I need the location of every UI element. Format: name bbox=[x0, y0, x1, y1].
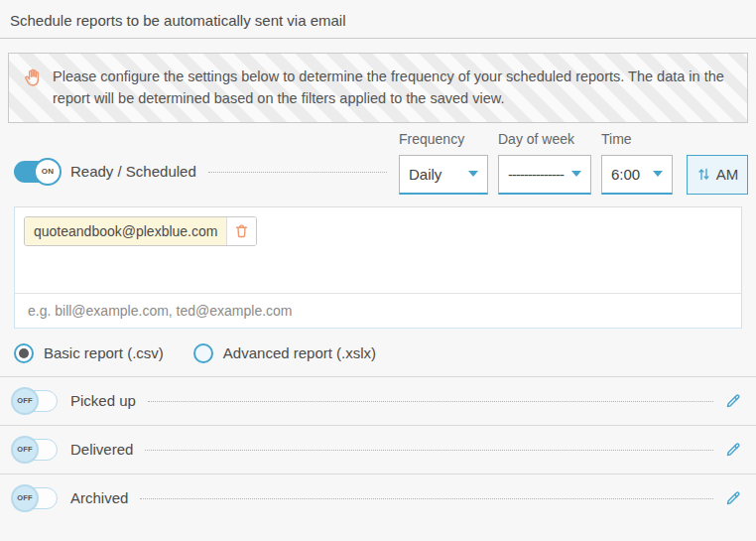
archived-toggle[interactable]: OFF bbox=[14, 487, 58, 509]
picked-up-label: Picked up bbox=[70, 392, 136, 409]
title-divider bbox=[0, 38, 756, 39]
frequency-value: Daily bbox=[409, 166, 441, 183]
archived-label: Archived bbox=[70, 489, 128, 506]
delivered-row: OFF Delivered bbox=[0, 425, 756, 473]
delivered-toggle[interactable]: OFF bbox=[14, 439, 58, 461]
am-pm-toggle-button[interactable]: AM bbox=[687, 155, 748, 195]
radio-advanced-report[interactable]: Advanced report (.xslx) bbox=[193, 343, 376, 363]
recipient-tag: quoteandbook@plexblue.com bbox=[24, 216, 257, 246]
trash-icon bbox=[235, 223, 248, 238]
archived-row: OFF Archived bbox=[0, 473, 756, 522]
toggle-knob-off: OFF bbox=[11, 484, 39, 512]
toggle-knob-off: OFF bbox=[11, 387, 39, 415]
chevron-down-icon bbox=[468, 171, 478, 177]
time-select[interactable]: 6:00 bbox=[601, 155, 673, 195]
toggle-knob-off: OFF bbox=[11, 436, 39, 464]
radio-basic-label: Basic report (.csv) bbox=[44, 344, 164, 361]
radio-advanced-label: Advanced report (.xslx) bbox=[223, 344, 376, 361]
recipients-hint: e.g. bill@example.com, ted@example.com bbox=[15, 293, 741, 328]
dotted-separator bbox=[140, 498, 713, 499]
schedule-fields: Frequency Daily Day of week ------------… bbox=[399, 131, 748, 195]
dotted-separator bbox=[208, 172, 387, 173]
edit-archived-button[interactable] bbox=[725, 489, 742, 506]
ready-scheduled-left: ON Ready / Scheduled bbox=[14, 161, 399, 183]
recipient-email: quoteandbook@plexblue.com bbox=[25, 217, 226, 245]
up-down-arrows-icon bbox=[696, 167, 711, 182]
chevron-down-icon bbox=[653, 171, 663, 177]
frequency-label: Frequency bbox=[399, 131, 488, 147]
raised-hand-icon bbox=[23, 68, 43, 87]
report-type-options: Basic report (.csv) Advanced report (.xs… bbox=[14, 343, 742, 363]
remove-recipient-button[interactable] bbox=[226, 217, 256, 245]
time-label: Time bbox=[601, 131, 673, 147]
toggle-knob-on: ON bbox=[34, 158, 62, 186]
recipient-tags-area[interactable]: quoteandbook@plexblue.com bbox=[15, 207, 741, 293]
radio-unselected-icon[interactable] bbox=[193, 343, 213, 363]
day-of-week-field: Day of week -------------- bbox=[498, 131, 591, 195]
radio-basic-report[interactable]: Basic report (.csv) bbox=[14, 343, 164, 363]
picked-up-toggle[interactable]: OFF bbox=[14, 390, 58, 412]
time-field: Time 6:00 bbox=[601, 131, 673, 195]
chevron-down-icon bbox=[571, 171, 581, 177]
edit-picked-up-button[interactable] bbox=[725, 392, 742, 409]
pencil-icon bbox=[725, 489, 742, 506]
radio-selected-icon[interactable] bbox=[14, 343, 34, 363]
frequency-select[interactable]: Daily bbox=[399, 155, 488, 195]
day-of-week-select[interactable]: -------------- bbox=[498, 155, 591, 195]
pencil-icon bbox=[725, 441, 742, 458]
day-of-week-label: Day of week bbox=[498, 131, 591, 147]
recipients-input-box[interactable]: quoteandbook@plexblue.com e.g. bill@exam… bbox=[14, 206, 742, 329]
edit-delivered-button[interactable] bbox=[725, 441, 742, 458]
notice-text: Please configure the settings below to d… bbox=[53, 66, 735, 110]
frequency-field: Frequency Daily bbox=[399, 131, 488, 195]
time-value: 6:00 bbox=[611, 166, 640, 183]
ready-scheduled-toggle[interactable]: ON bbox=[14, 161, 58, 183]
ready-scheduled-row: ON Ready / Scheduled Frequency Daily Day… bbox=[14, 131, 748, 195]
picked-up-row: OFF Picked up bbox=[0, 376, 756, 425]
pencil-icon bbox=[725, 392, 742, 409]
notice-banner: Please configure the settings below to d… bbox=[8, 53, 748, 123]
dotted-separator bbox=[148, 401, 713, 402]
dotted-separator bbox=[145, 450, 713, 451]
ready-scheduled-label: Ready / Scheduled bbox=[70, 163, 196, 180]
meridiem-value: AM bbox=[716, 166, 739, 183]
page-title: Schedule reports to be automatically sen… bbox=[0, 0, 756, 38]
day-of-week-value: -------------- bbox=[508, 166, 564, 183]
delivered-label: Delivered bbox=[70, 441, 133, 458]
